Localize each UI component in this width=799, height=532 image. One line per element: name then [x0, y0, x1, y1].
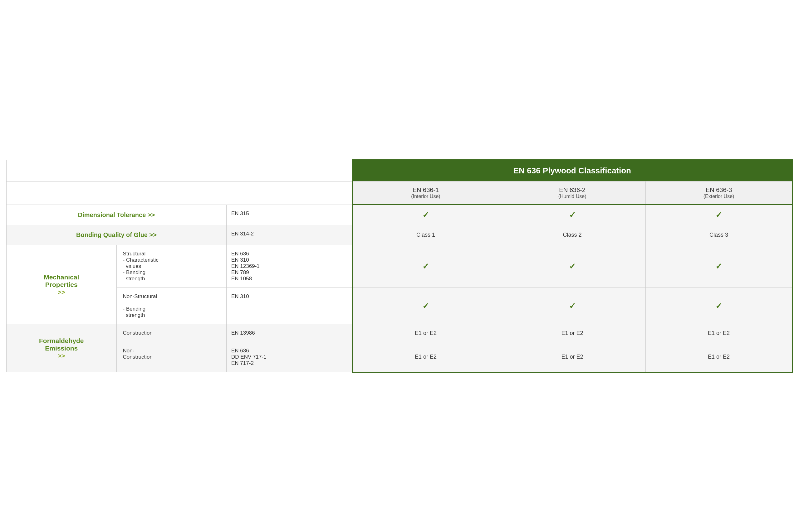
non-construction-col3: E1 or E2	[646, 342, 793, 372]
formaldehyde-label: FormaldehydeEmissions >>	[6, 324, 117, 372]
structural-col1: ✓	[352, 245, 499, 288]
dimensional-tolerance-label: Dimensional Tolerance >>	[6, 205, 226, 225]
structural-standards: EN 636EN 310EN 12369-1EN 789EN 1058	[226, 245, 352, 288]
dimensional-tolerance-col2: ✓	[499, 205, 646, 225]
structural-col2: ✓	[499, 245, 646, 288]
construction-col2: E1 or E2	[499, 324, 646, 342]
non-construction-col2: E1 or E2	[499, 342, 646, 372]
non-construction-standards: EN 636DD ENV 717-1EN 717-2	[226, 342, 352, 372]
bonding-quality-col1: Class 1	[352, 225, 499, 245]
bonding-quality-col2: Class 2	[499, 225, 646, 245]
non-construction-col1: E1 or E2	[352, 342, 499, 372]
construction-col1: E1 or E2	[352, 324, 499, 342]
col1-header: EN 636-1 (Interior Use)	[352, 182, 499, 205]
bonding-quality-standard: EN 314-2	[226, 225, 352, 245]
classification-table: EN 636 Plywood Classification EN 636-1 (…	[6, 159, 793, 373]
nonstructural-standard: EN 310	[226, 288, 352, 324]
construction-col3: E1 or E2	[646, 324, 793, 342]
dimensional-tolerance-col3: ✓	[646, 205, 793, 225]
mechanical-nonstructural-row: Non-Structural - Bending strength EN 310…	[6, 288, 793, 324]
mechanical-structural-row: MechanicalProperties >> Structural - Cha…	[6, 245, 793, 288]
classification-header: EN 636 Plywood Classification	[352, 160, 792, 182]
col3-header: EN 636-3 (Exterior Use)	[646, 182, 793, 205]
mechanical-properties-label: MechanicalProperties >>	[6, 245, 117, 324]
formaldehyde-construction-row: FormaldehydeEmissions >> Construction EN…	[6, 324, 793, 342]
col2-header: EN 636-2 (Humid Use)	[499, 182, 646, 205]
nonstructural-col3: ✓	[646, 288, 793, 324]
bonding-quality-row: Bonding Quality of Glue >> EN 314-2 Clas…	[6, 225, 793, 245]
nonstructural-col2: ✓	[499, 288, 646, 324]
dimensional-tolerance-col1: ✓	[352, 205, 499, 225]
non-construction-label: Non-Construction	[116, 342, 226, 372]
structural-col3: ✓	[646, 245, 793, 288]
construction-label: Construction	[116, 324, 226, 342]
formaldehyde-nonconstruction-row: Non-Construction EN 636DD ENV 717-1EN 71…	[6, 342, 793, 372]
dimensional-tolerance-row: Dimensional Tolerance >> EN 315 ✓ ✓ ✓	[6, 205, 793, 225]
nonstructural-col1: ✓	[352, 288, 499, 324]
construction-standard: EN 13986	[226, 324, 352, 342]
bonding-quality-col3: Class 3	[646, 225, 793, 245]
structural-label: Structural - Characteristic values - Ben…	[116, 245, 226, 288]
bonding-quality-label: Bonding Quality of Glue >>	[6, 225, 226, 245]
nonstructural-label: Non-Structural - Bending strength	[116, 288, 226, 324]
dimensional-tolerance-standard: EN 315	[226, 205, 352, 225]
